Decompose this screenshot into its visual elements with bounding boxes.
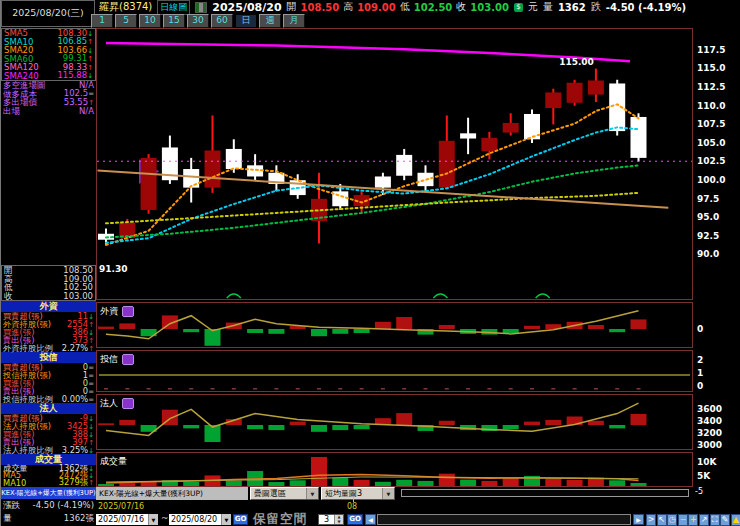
money-icon: $ [514,3,523,12]
period-toolbar: 1510153060日週月 [91,14,305,27]
ohlc-readout-box: 開108.50高109.00低102.50收103.00 [1,265,96,301]
y-axis-tick-label: 92.5 [697,231,739,241]
row-value: 2.27%↑ [62,344,94,353]
quote-field-value: 102.50 [414,2,453,13]
chevron-down-icon[interactable]: ▼ [148,514,158,525]
spinner-arrows-icon[interactable]: ▲▼ [334,515,343,524]
value-text: 103.00 [63,291,93,301]
legend-icon [122,398,134,409]
panel-label-text: 法人 [100,397,118,410]
period-button-week[interactable]: 週 [259,14,281,28]
y-axis-tick-label: 115.0 [697,63,739,73]
draw-icon[interactable]: ✎ [720,514,730,526]
main-candlestick-chart[interactable]: 115.0091.30 [96,28,693,300]
trend-line-icon[interactable]: ↗ [699,514,709,526]
section-row: 投信持股比例0.00%= [1,395,96,403]
reserve-space-spinner[interactable]: 3▲▼ [318,514,344,525]
chart-icon [195,2,207,13]
institutional-panel[interactable] [96,394,693,450]
svg-text:91.30: 91.30 [99,264,127,274]
sidebar-spacer [1,115,96,265]
section-1: 投信買賣超(張)0=投信持股(張)1=買進(張)0=賣出(張)0=投信持股比例0… [1,352,96,403]
horizontal-scrollbar[interactable] [377,514,631,525]
legend-icon [122,306,134,317]
y-axis-tick-label: 107.5 [697,119,739,129]
row-label: MA10 [3,480,26,487]
cursor-icon[interactable]: ↖ [657,514,667,526]
alert-icon[interactable]: ▲ [731,514,740,526]
chevron-down-icon[interactable]: ▼ [382,488,394,499]
legend-icon [122,354,134,365]
scroll-right-icon[interactable]: > [646,514,656,526]
panel-label-text: 成交量 [100,455,127,468]
panel-axis-label: 1 [697,368,739,378]
ohlc-quote-fields: 開108.50高109.00低102.50收103.00 [287,0,509,14]
zoom-in-icon[interactable]: + [688,514,698,526]
reserve-space-value: 3 [319,515,334,524]
row-label: 投信持股比例 [3,395,53,403]
period-button-month[interactable]: 月 [283,14,305,28]
overlay-select-dropdown[interactable]: 疊圖選區▼ [250,487,319,500]
chevron-down-icon[interactable]: ▼ [221,514,231,525]
period-button-60[interactable]: 60 [211,14,233,28]
ohlc-row: 收103.00 [2,292,95,301]
row-value: 1362張 [64,512,94,525]
foreign-investor-panel[interactable] [96,302,693,348]
volume-panel[interactable] [96,452,693,487]
row-label: 外資持股比例 [3,344,53,352]
panel-axis-label: 3600 [697,404,739,414]
date-range-separator: ~ [161,513,169,523]
value-text: 1362張 [64,513,94,523]
panel-label-text: 投信 [100,353,118,366]
section-row: MA103279張↑ [1,480,96,487]
value-text: 115.88 [57,70,87,80]
institutional-sections: 外資買賣超(張)11↓外資持股(張)2554↑買進(張)386↓賣出(張)373… [1,301,96,487]
sma-readout-box: SMA5108.30↓SMA10106.85↑SMA20103.66↓SMA60… [1,28,96,81]
value-text: -4.50 (-4.19%) [33,500,94,510]
x-axis-start-date: 2025/07/16 [98,502,144,511]
date-from-value: 2025/07/16 [98,515,144,524]
period-button-day[interactable]: 日 [235,14,257,28]
y-axis-tick-label: 100.0 [697,175,739,185]
indicator-row: 量1362張 [1,512,96,525]
panel-axis-label: 0 [697,381,739,391]
period-button-15[interactable]: 15 [163,14,185,28]
y-axis-tick-label: 117.5 [697,45,739,55]
scrollbar-right-arrow[interactable]: ▶ [633,514,644,525]
value-text: 3279張 [59,477,88,487]
volume-ma-select-dropdown[interactable]: 短均量圖3▼ [321,487,395,500]
svg-text:115.00: 115.00 [559,57,594,67]
zoom-out-icon[interactable]: − [678,514,688,526]
y-axis-tick-label: 97.5 [697,194,739,204]
row-label: 收 [4,292,13,301]
section-row: 外資持股比例2.27%↑ [1,344,96,352]
trend-arrow: ↑ [88,479,94,487]
scrollbar-left-arrow[interactable]: ◀ [365,514,376,525]
change-value: -4.50 (-4.19%) [606,2,686,13]
investment-trust-panel[interactable] [96,350,693,392]
reserve-space-label: 保留空間 [253,511,307,526]
change-label: 跌 [591,0,601,14]
period-button-1[interactable]: 1 [91,14,113,28]
apply-date-button[interactable]: GO [233,514,248,525]
chart-type-button[interactable]: 日線圖 [157,0,190,15]
fullscreen-icon[interactable]: ⛶ [710,514,720,526]
date-to-picker[interactable]: 2025/08/20▼ [169,514,231,525]
clock-icon[interactable]: ◷ [667,514,677,526]
indicator-header: KEX-陽光線+爆大量(獲利3UP) [1,487,96,499]
period-button-30[interactable]: 30 [187,14,209,28]
offset-slider[interactable] [401,489,689,497]
trend-arrow: ↑ [88,345,94,353]
quote-field-value: 108.50 [301,2,340,13]
panel-label-text: 外資 [100,305,118,318]
period-button-10[interactable]: 10 [139,14,161,28]
y-axis-tick-label: 105.0 [697,138,739,148]
period-button-5[interactable]: 5 [115,14,137,28]
panel-axis-label: 3400 [697,416,739,426]
chevron-down-icon[interactable]: ▼ [306,488,318,499]
reserve-apply-button[interactable]: GO [347,514,363,525]
unit-label: 元 [528,0,538,14]
section-0: 外資買賣超(張)11↓外資持股(張)2554↑買進(張)386↓賣出(張)373… [1,301,96,352]
panel-axis-label: 0 [697,324,739,334]
date-from-picker[interactable]: 2025/07/16▼ [96,514,158,525]
